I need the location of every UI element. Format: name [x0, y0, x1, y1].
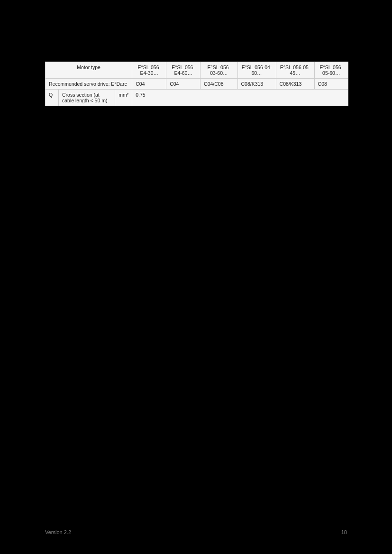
servo-drive-val-2: C04: [166, 79, 201, 90]
servo-drive-val-4: C08/K313: [237, 79, 276, 90]
col-header-2: E°SL-056-E4-60…: [166, 62, 201, 79]
main-table: Motor type E°SL-056-E4-30… E°SL-056-E4-6…: [45, 62, 348, 106]
q-row: Q Cross section (at cable length < 50 m)…: [46, 90, 348, 106]
page-content: Motor type E°SL-056-E4-30… E°SL-056-E4-6…: [45, 62, 348, 106]
footer: Version 2.2 18: [45, 529, 347, 535]
col-header-1: E°SL-056-E4-30…: [132, 62, 166, 79]
servo-drive-label: Recommended servo drive: E°Darc: [46, 79, 132, 90]
q-row-unit: mm²: [115, 90, 132, 106]
motor-type-header: Motor type: [46, 62, 132, 79]
servo-drive-val-6: C08: [314, 79, 348, 90]
col-header-6: E°SL-056-05-60…: [314, 62, 348, 79]
servo-drive-row: Recommended servo drive: E°Darc C04 C04 …: [46, 79, 348, 90]
servo-drive-val-3: C04/C08: [201, 79, 237, 90]
servo-drive-val-5: C08/K313: [276, 79, 314, 90]
servo-drive-val-1: C04: [132, 79, 166, 90]
page-number: 18: [341, 529, 347, 535]
q-row-label: Q: [46, 90, 59, 106]
table-header-row: Motor type E°SL-056-E4-30… E°SL-056-E4-6…: [46, 62, 348, 79]
col-header-5: E°SL-056-05-45…: [276, 62, 314, 79]
col-header-3: E°SL-056-03-60…: [201, 62, 237, 79]
col-header-4: E°SL-056-04-60…: [237, 62, 276, 79]
version-label: Version 2.2: [45, 529, 71, 535]
q-row-description: Cross section (at cable length < 50 m): [59, 90, 115, 106]
q-row-val-1: 0.75: [132, 90, 348, 106]
